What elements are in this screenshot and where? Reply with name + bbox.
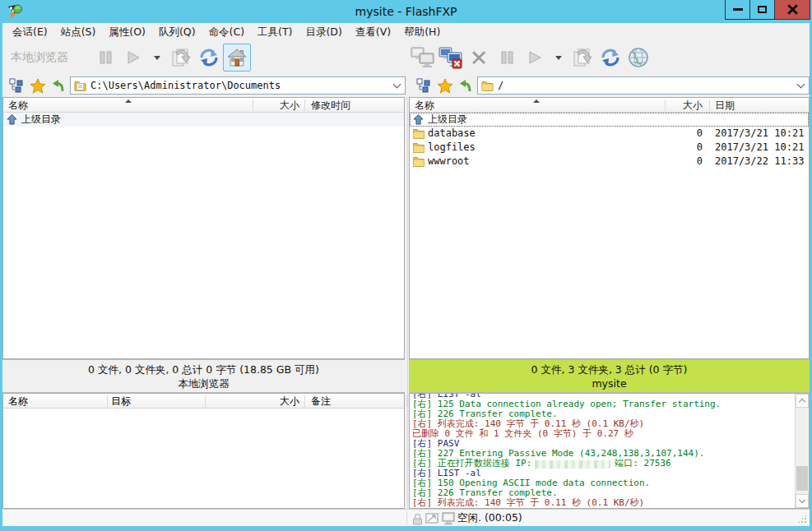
local-start-button[interactable] (119, 44, 147, 72)
menu-item-8[interactable]: 帮助(H) (397, 23, 447, 41)
menu-bar: 会话(E)站点(S)属性(O)队列(Q)命令(C)工具(T)目录(D)查看(V)… (2, 23, 810, 41)
column-header-size[interactable]: 大小 (617, 98, 703, 113)
menu-item-1[interactable]: 站点(S) (54, 23, 103, 41)
scroll-up-button[interactable] (796, 394, 809, 408)
folder-icon (413, 128, 425, 139)
column-header-date[interactable]: 日期 (715, 98, 735, 113)
column-divider[interactable] (304, 99, 305, 111)
local-file-list: 上级目录 (3, 113, 404, 358)
local-refresh-button[interactable] (195, 44, 223, 72)
remote-path-combobox[interactable]: / (477, 76, 810, 95)
local-list-header: 名称 大小 修改时间 (3, 98, 404, 113)
remote-start-dropdown[interactable] (549, 44, 568, 72)
column-divider[interactable] (304, 395, 305, 407)
up-arrow-icon (458, 78, 475, 94)
file-size: 0 (617, 141, 703, 155)
window-mode-icon (425, 512, 439, 524)
file-name: database (428, 127, 476, 141)
statusbar-divider (406, 511, 407, 524)
local-path-dropdown[interactable] (390, 77, 403, 94)
local-transfer-button[interactable] (167, 44, 195, 72)
local-up-directory-button[interactable] (49, 76, 70, 95)
file-date: 2017/3/21 10:21 (715, 127, 804, 141)
local-tree-view-button[interactable] (6, 76, 27, 95)
local-start-dropdown[interactable] (147, 44, 167, 72)
statusbar-icons (411, 510, 457, 527)
log-scrollbar[interactable] (795, 394, 809, 508)
menu-item-3[interactable]: 队列(Q) (152, 23, 202, 41)
chevron-up-icon (799, 399, 805, 405)
remote-transfer-button[interactable] (568, 44, 596, 72)
window-controls (726, 0, 810, 20)
remote-favorites-button[interactable] (434, 76, 456, 95)
file-size: 0 (617, 155, 703, 169)
maximize-button[interactable] (749, 0, 775, 20)
chevron-down-icon (392, 80, 401, 88)
chevron-down-icon (796, 80, 805, 88)
refresh-icon (198, 47, 220, 68)
local-path-combobox[interactable]: C:\Users\Administrator\Documents (70, 76, 406, 95)
remote-path-value: / (498, 80, 794, 91)
remote-globe-button[interactable] (624, 44, 652, 72)
column-divider[interactable] (205, 395, 206, 407)
queue-column-remark[interactable]: 备注 (311, 394, 331, 409)
remote-disconnect-button[interactable] (437, 44, 465, 72)
local-status-summary: 0 文件, 0 文件夹, 0 总计 0 字节 (18.85 GB 可用) (2, 362, 405, 377)
menu-item-6[interactable]: 目录(D) (299, 23, 348, 41)
menu-item-5[interactable]: 工具(T) (251, 23, 299, 41)
menu-item-2[interactable]: 属性(O) (102, 23, 152, 41)
file-date: 2017/3/22 11:33 (715, 155, 804, 169)
remote-connect-button[interactable] (409, 44, 437, 72)
close-button[interactable] (774, 0, 810, 20)
file-row-wwwroot[interactable]: wwwroot02017/3/22 11:33 (410, 155, 809, 169)
parent-directory-row[interactable]: 上级目录 (410, 113, 809, 127)
remote-abort-button[interactable]: ✕ (465, 44, 493, 72)
column-header-modified[interactable]: 修改时间 (311, 98, 350, 113)
menu-item-0[interactable]: 会话(E) (6, 23, 54, 41)
local-favorites-button[interactable] (27, 76, 49, 95)
remote-tree-view-button[interactable] (413, 76, 434, 95)
menu-item-7[interactable]: 查看(V) (349, 23, 397, 41)
remote-start-button[interactable] (521, 44, 549, 72)
file-name: logfiles (428, 141, 476, 155)
file-row-logfiles[interactable]: logfiles02017/3/21 10:21 (410, 141, 809, 155)
panel-splitter[interactable] (407, 97, 408, 509)
updir-icon (413, 114, 425, 125)
log-line-11: [右] 列表完成: 140 字节 于 0.11 秒 (0.1 KB/秒) (412, 498, 794, 508)
log-content: [右] LIST -al[右] 125 Data connection alre… (412, 393, 794, 508)
local-home-button[interactable] (223, 44, 251, 72)
disconnect-icon (438, 46, 464, 69)
column-divider[interactable] (107, 395, 108, 407)
home-icon (227, 48, 247, 67)
tree-view-icon (9, 78, 24, 93)
file-row-database[interactable]: database02017/3/21 10:21 (410, 127, 809, 141)
abort-x-icon: ✕ (470, 47, 489, 69)
queue-column-name[interactable]: 名称 (8, 394, 28, 409)
queue-column-target[interactable]: 目标 (111, 394, 131, 409)
folder-icon (74, 81, 86, 91)
local-status-name: 本地浏览器 (2, 377, 405, 391)
menu-item-4[interactable]: 命令(C) (202, 23, 251, 41)
queue-header: 名称 目标 大小 备注 (3, 394, 404, 409)
remote-up-directory-button[interactable] (456, 76, 477, 95)
parent-directory-row[interactable]: 上级目录 (3, 113, 404, 127)
scrollbar-thumb[interactable] (796, 466, 808, 491)
minimize-button[interactable] (725, 0, 750, 20)
pause-icon (501, 51, 513, 64)
resize-grip[interactable] (797, 514, 807, 524)
up-arrow-icon (51, 78, 67, 94)
play-icon (527, 50, 542, 65)
column-header-size[interactable]: 大小 (207, 98, 299, 113)
column-divider[interactable] (709, 99, 710, 111)
status-bar: 空闲. (00:05) (2, 509, 810, 526)
column-header-name[interactable]: 名称 (8, 98, 28, 113)
remote-pause-button[interactable] (493, 44, 521, 72)
remote-path-dropdown[interactable] (794, 77, 807, 94)
queue-column-size[interactable]: 大小 (209, 394, 299, 409)
local-status-panel: 0 文件, 0 文件夹, 0 总计 0 字节 (18.85 GB 可用) 本地浏… (2, 359, 405, 393)
remote-refresh-button[interactable] (596, 44, 624, 72)
scroll-down-button[interactable] (796, 494, 809, 508)
column-header-name[interactable]: 名称 (415, 98, 434, 113)
sort-ascending-icon (533, 99, 540, 103)
local-pause-button[interactable] (91, 44, 119, 72)
